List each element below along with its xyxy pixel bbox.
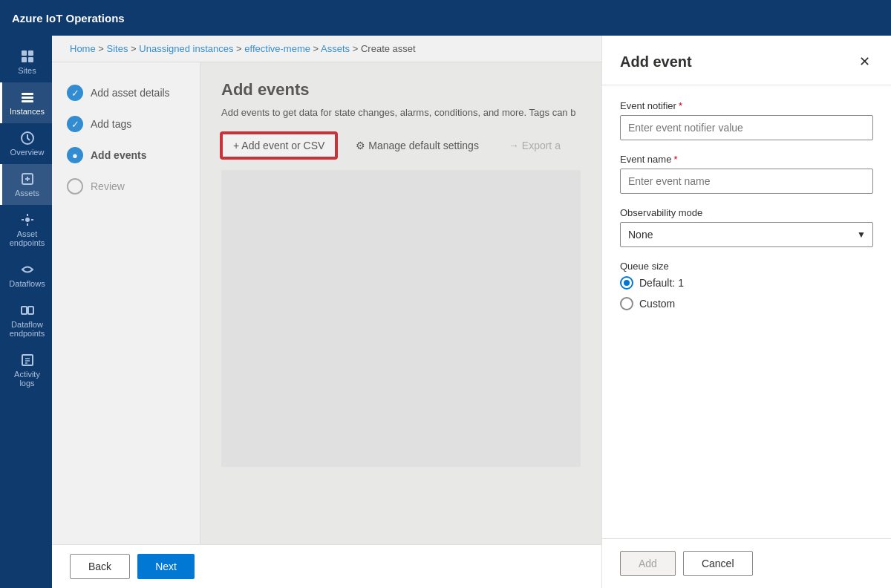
next-button-label: Next xyxy=(155,561,177,572)
event-notifier-field: Event notifier * xyxy=(620,100,873,140)
step-label-review: Review xyxy=(91,180,125,192)
top-bar: Azure IoT Operations xyxy=(0,0,891,36)
observability-mode-select-wrapper: None Log Gauge Counter Histogram ▼ xyxy=(620,222,873,247)
step-icon-done-1: ✓ xyxy=(67,85,83,101)
breadcrumb-current: Create asset xyxy=(361,43,416,54)
sidebar-item-sites-label: Sites xyxy=(18,66,36,75)
cancel-button[interactable]: Cancel xyxy=(683,551,753,576)
step-review: Review xyxy=(64,171,188,202)
sidebar-item-sites[interactable]: Sites xyxy=(0,42,52,82)
svg-rect-0 xyxy=(22,50,27,56)
steps-panel: ✓ Add asset details ✓ Add tags ● Add eve… xyxy=(52,62,200,588)
breadcrumb-instances[interactable]: Unassigned instances xyxy=(139,43,233,54)
sidebar-item-assets[interactable]: Assets xyxy=(0,164,52,205)
event-name-label: Event name * xyxy=(620,154,873,165)
right-panel-header: Add event ✕ xyxy=(602,36,891,85)
svg-rect-5 xyxy=(22,97,33,99)
sidebar-item-activity-logs-label: Activity logs xyxy=(7,370,48,388)
right-panel-body: Event notifier * Event name * Observabil… xyxy=(602,85,891,538)
back-button-label: Back xyxy=(88,561,111,572)
observability-mode-label: Observability mode xyxy=(620,207,873,218)
export-button-label: → Export a xyxy=(509,140,561,151)
add-confirm-button[interactable]: Add xyxy=(620,551,676,576)
queue-size-label: Queue size xyxy=(620,261,873,272)
queue-size-custom-label: Custom xyxy=(639,298,675,310)
right-panel-footer: Add Cancel xyxy=(602,538,891,588)
sidebar-item-instances[interactable]: Instances xyxy=(0,82,52,123)
svg-rect-10 xyxy=(22,307,27,314)
event-notifier-label: Event notifier * xyxy=(620,100,873,111)
sidebar-item-activity-logs[interactable]: Activity logs xyxy=(0,345,52,395)
svg-rect-6 xyxy=(22,100,33,102)
panel-description: Add events to get data for state changes… xyxy=(221,107,578,118)
svg-rect-3 xyxy=(28,57,33,62)
content-area: Home > Sites > Unassigned instances > ef… xyxy=(52,36,601,588)
app-title: Azure IoT Operations xyxy=(12,12,125,24)
add-event-panel: Add event ✕ Event notifier * Event name … xyxy=(601,36,891,588)
sidebar: Sites Instances Overview Assets Asset en… xyxy=(0,36,52,588)
step-icon-pending xyxy=(67,178,83,195)
breadcrumb-home[interactable]: Home xyxy=(70,43,96,54)
breadcrumb-assets[interactable]: Assets xyxy=(321,43,350,54)
step-label-tags: Add tags xyxy=(91,118,131,130)
queue-size-radio-group: Default: 1 Custom xyxy=(620,276,873,310)
event-notifier-required: * xyxy=(679,100,682,111)
step-add-tags: ✓ Add tags xyxy=(64,108,188,140)
add-event-button[interactable]: + Add event or CSV xyxy=(221,133,336,158)
svg-rect-4 xyxy=(22,93,33,95)
manage-button-label: ⚙ Manage default settings xyxy=(356,140,479,151)
sidebar-item-dataflows[interactable]: Dataflows xyxy=(0,255,52,295)
sidebar-item-overview[interactable]: Overview xyxy=(0,123,52,164)
export-button[interactable]: → Export a xyxy=(498,134,571,157)
back-button[interactable]: Back xyxy=(70,554,130,579)
queue-size-field: Queue size Default: 1 Custom xyxy=(620,261,873,310)
panel-title: Add events xyxy=(221,80,581,99)
toolbar: + Add event or CSV ⚙ Manage default sett… xyxy=(221,133,581,158)
cancel-label: Cancel xyxy=(702,558,734,569)
queue-size-custom-radio[interactable] xyxy=(620,297,633,310)
sidebar-item-assets-label: Assets xyxy=(15,189,39,197)
queue-size-default-option[interactable]: Default: 1 xyxy=(620,276,873,290)
breadcrumb-effective-meme[interactable]: effective-meme xyxy=(244,43,310,54)
step-label-events: Add events xyxy=(91,149,146,161)
event-name-required: * xyxy=(673,154,677,165)
sidebar-item-overview-label: Overview xyxy=(10,148,45,157)
sidebar-item-dataflows-label: Dataflows xyxy=(9,279,45,288)
sidebar-item-instances-label: Instances xyxy=(10,107,45,116)
observability-mode-field: Observability mode None Log Gauge Counte… xyxy=(620,207,873,247)
bottom-bar: Back Next xyxy=(52,544,601,588)
sidebar-item-dataflow-endpoints-label: Dataflow endpoints xyxy=(7,320,48,338)
observability-mode-select[interactable]: None Log Gauge Counter Histogram xyxy=(620,222,873,247)
svg-point-9 xyxy=(25,218,30,222)
step-icon-active: ● xyxy=(67,147,83,163)
event-notifier-input[interactable] xyxy=(620,115,873,140)
queue-size-default-label: Default: 1 xyxy=(639,277,684,289)
event-name-input[interactable] xyxy=(620,169,873,194)
breadcrumb: Home > Sites > Unassigned instances > ef… xyxy=(52,36,601,62)
step-icon-done-2: ✓ xyxy=(67,116,83,132)
right-panel-title: Add event xyxy=(620,53,692,71)
step-label-asset-details: Add asset details xyxy=(91,87,170,99)
sidebar-item-asset-endpoints[interactable]: Asset endpoints xyxy=(0,205,52,255)
svg-rect-1 xyxy=(28,50,33,56)
sidebar-item-dataflow-endpoints[interactable]: Dataflow endpoints xyxy=(0,295,52,345)
svg-rect-2 xyxy=(22,57,27,62)
queue-size-default-radio[interactable] xyxy=(620,276,633,290)
add-confirm-label: Add xyxy=(639,558,657,569)
event-name-field: Event name * xyxy=(620,154,873,194)
next-button[interactable]: Next xyxy=(137,554,195,579)
main-panel: Add events Add events to get data for st… xyxy=(200,62,601,588)
close-panel-button[interactable]: ✕ xyxy=(856,50,873,73)
step-add-events: ● Add events xyxy=(64,140,188,171)
queue-size-custom-option[interactable]: Custom xyxy=(620,297,873,310)
svg-rect-11 xyxy=(28,307,33,314)
sidebar-item-asset-endpoints-label: Asset endpoints xyxy=(7,229,48,247)
step-add-asset-details: ✓ Add asset details xyxy=(64,77,188,108)
wizard-area: ✓ Add asset details ✓ Add tags ● Add eve… xyxy=(52,62,601,588)
manage-default-settings-button[interactable]: ⚙ Manage default settings xyxy=(345,134,489,157)
add-event-button-label: + Add event or CSV xyxy=(233,140,324,151)
svg-rect-13 xyxy=(22,355,33,365)
breadcrumb-sites[interactable]: Sites xyxy=(107,43,128,54)
